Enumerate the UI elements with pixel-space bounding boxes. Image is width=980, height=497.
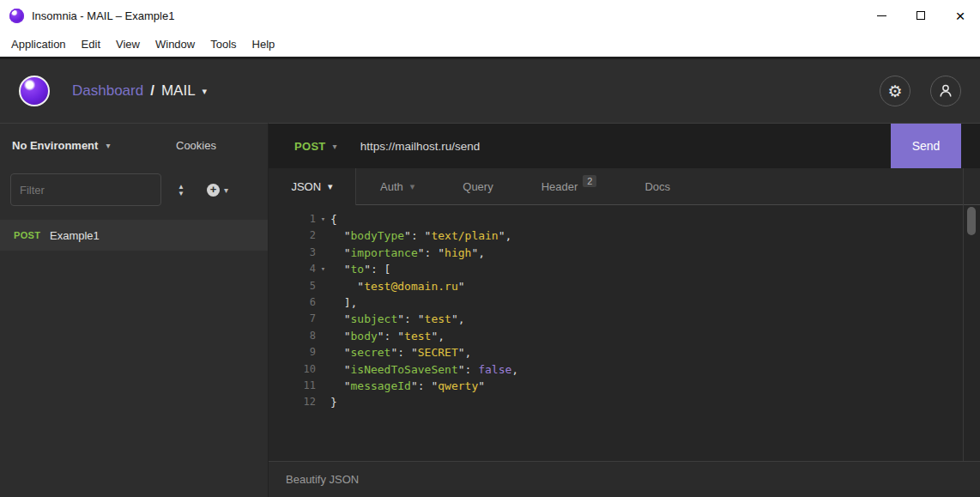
tab-docs[interactable]: Docs bbox=[620, 168, 694, 204]
code-line[interactable]: 5 "test@domain.ru" bbox=[269, 278, 980, 294]
environment-dropdown[interactable]: No Environment ▾ bbox=[12, 139, 176, 152]
line-number: 7 bbox=[269, 311, 316, 327]
url-input[interactable]: https://mailhost.ru/send bbox=[360, 140, 980, 153]
filter-input[interactable] bbox=[10, 173, 161, 206]
chevron-down-icon: ▾ bbox=[333, 142, 337, 151]
json-editor[interactable]: 1▾{2 "bodyType": "text/plain",3 "importa… bbox=[269, 205, 980, 461]
code-lines: 1▾{2 "bodyType": "text/plain",3 "importa… bbox=[269, 211, 980, 411]
sort-button[interactable]: ▲ ▼ bbox=[178, 184, 185, 197]
menu-item-edit[interactable]: Edit bbox=[74, 34, 108, 54]
code-line[interactable]: 2 "bodyType": "text/plain", bbox=[269, 227, 980, 244]
chevron-down-icon: ▾ bbox=[410, 181, 415, 192]
method-dropdown[interactable]: POST ▾ bbox=[294, 140, 337, 153]
tab-auth[interactable]: Auth▾ bbox=[356, 168, 439, 204]
close-button[interactable]: × bbox=[941, 0, 980, 31]
fold-arrow-icon[interactable]: ▾ bbox=[316, 211, 330, 227]
gear-icon: ⚙ bbox=[887, 83, 902, 100]
send-button[interactable]: Send bbox=[891, 124, 961, 168]
insomnia-window: Insomnia - MAIL – Example1 × Application… bbox=[0, 0, 980, 497]
scrollbar-thumb[interactable] bbox=[967, 207, 976, 235]
chevron-down-icon[interactable]: ▾ bbox=[203, 86, 208, 97]
menu-bar: ApplicationEditViewWindowToolsHelp bbox=[0, 31, 980, 57]
fold-spacer bbox=[316, 294, 330, 311]
code-line[interactable]: 6 ], bbox=[269, 294, 980, 311]
line-number: 4 bbox=[269, 261, 316, 277]
code-line[interactable]: 4▾ "to": [ bbox=[269, 261, 980, 277]
code-line[interactable]: 10 "isNeedToSaveSent": false, bbox=[269, 361, 980, 378]
menu-item-view[interactable]: View bbox=[108, 34, 148, 54]
editor-scrollbar[interactable] bbox=[963, 168, 980, 461]
tab-row: JSON ▾ Auth▾QueryHeader2Docs bbox=[269, 168, 980, 205]
breadcrumb-workspace[interactable]: MAIL bbox=[161, 82, 196, 100]
fold-spacer bbox=[316, 311, 330, 327]
tab-badge: 2 bbox=[583, 175, 596, 187]
code-text: "to": [ bbox=[330, 261, 390, 277]
code-line[interactable]: 7 "subject": "test", bbox=[269, 311, 980, 327]
fold-spacer bbox=[316, 394, 330, 410]
line-number: 8 bbox=[269, 328, 316, 344]
minimize-button[interactable] bbox=[862, 0, 901, 31]
menu-item-tools[interactable]: Tools bbox=[203, 34, 244, 54]
breadcrumb: Dashboard / MAIL ▾ bbox=[72, 82, 207, 100]
request-name-label: Example1 bbox=[50, 229, 100, 242]
chevron-down-icon: ▾ bbox=[224, 185, 228, 195]
line-number: 1 bbox=[269, 211, 316, 227]
fold-spacer bbox=[316, 245, 330, 261]
code-line[interactable]: 9 "secret": "SECRET", bbox=[269, 344, 980, 361]
line-number: 10 bbox=[269, 361, 316, 378]
code-text: ], bbox=[330, 294, 357, 311]
code-line[interactable]: 3 "importance": "high", bbox=[269, 245, 980, 261]
fold-spacer bbox=[316, 278, 330, 294]
add-request-button[interactable]: + ▾ bbox=[207, 184, 228, 197]
environment-label: No Environment bbox=[12, 139, 98, 152]
close-icon: × bbox=[955, 8, 965, 24]
code-text: "secret": "SECRET", bbox=[330, 344, 471, 361]
fold-arrow-icon[interactable]: ▾ bbox=[316, 261, 330, 277]
title-bar: Insomnia - MAIL – Example1 × bbox=[0, 0, 980, 31]
filter-row: ▲ ▼ + ▾ bbox=[0, 167, 268, 212]
fold-spacer bbox=[316, 378, 330, 394]
maximize-button[interactable] bbox=[901, 0, 941, 31]
header-actions: ⚙ bbox=[880, 76, 961, 106]
body-pane: JSON ▾ Auth▾QueryHeader2Docs 1▾{2 "bodyT… bbox=[269, 168, 980, 497]
fold-spacer bbox=[316, 344, 330, 361]
settings-button[interactable]: ⚙ bbox=[880, 76, 910, 106]
beautify-json-link[interactable]: Beautify JSON bbox=[286, 473, 359, 486]
code-line[interactable]: 12} bbox=[269, 394, 980, 410]
content-area: No Environment ▾ Cookies ▲ ▼ + ▾ POSTExa… bbox=[0, 123, 980, 497]
body-tab-label: JSON bbox=[291, 180, 321, 193]
request-panel: POST ▾ https://mailhost.ru/send Send JSO… bbox=[269, 123, 980, 497]
url-bar: POST ▾ https://mailhost.ru/send Send bbox=[269, 124, 980, 168]
plus-circle-icon: + bbox=[207, 184, 220, 197]
code-text: "bodyType": "text/plain", bbox=[330, 227, 511, 244]
code-text: "isNeedToSaveSent": false, bbox=[330, 361, 518, 378]
code-line[interactable]: 11 "messageId": "qwerty" bbox=[269, 378, 980, 394]
tab-label: Auth bbox=[380, 180, 403, 193]
breadcrumb-dashboard-link[interactable]: Dashboard bbox=[72, 82, 143, 100]
account-button[interactable] bbox=[930, 76, 961, 106]
window-title: Insomnia - MAIL – Example1 bbox=[32, 9, 174, 22]
tab-header[interactable]: Header2 bbox=[517, 168, 621, 204]
line-number: 6 bbox=[269, 294, 316, 311]
sidebar: No Environment ▾ Cookies ▲ ▼ + ▾ POSTExa… bbox=[0, 123, 269, 497]
menu-item-help[interactable]: Help bbox=[245, 34, 283, 54]
tab-query[interactable]: Query bbox=[439, 168, 517, 204]
request-item[interactable]: POSTExample1 bbox=[0, 220, 268, 251]
tab-body-json[interactable]: JSON ▾ bbox=[269, 168, 356, 205]
sort-down-icon: ▼ bbox=[178, 191, 185, 197]
code-text: "test@domain.ru" bbox=[330, 278, 465, 294]
code-line[interactable]: 1▾{ bbox=[269, 211, 980, 227]
line-number: 3 bbox=[269, 245, 316, 261]
request-method-label: POST bbox=[14, 230, 50, 240]
code-text: } bbox=[330, 394, 337, 410]
code-line[interactable]: 8 "body": "test", bbox=[269, 328, 980, 344]
menu-item-window[interactable]: Window bbox=[148, 34, 203, 54]
fold-spacer bbox=[316, 361, 330, 378]
menu-item-application[interactable]: Application bbox=[3, 34, 74, 54]
editor-footer: Beautify JSON bbox=[269, 461, 980, 497]
cookies-link[interactable]: Cookies bbox=[176, 139, 216, 152]
code-text: "body": "test", bbox=[330, 328, 445, 344]
tab-group: Auth▾QueryHeader2Docs bbox=[356, 168, 694, 204]
insomnia-logo[interactable] bbox=[19, 76, 50, 106]
tab-label: Header bbox=[541, 180, 578, 193]
